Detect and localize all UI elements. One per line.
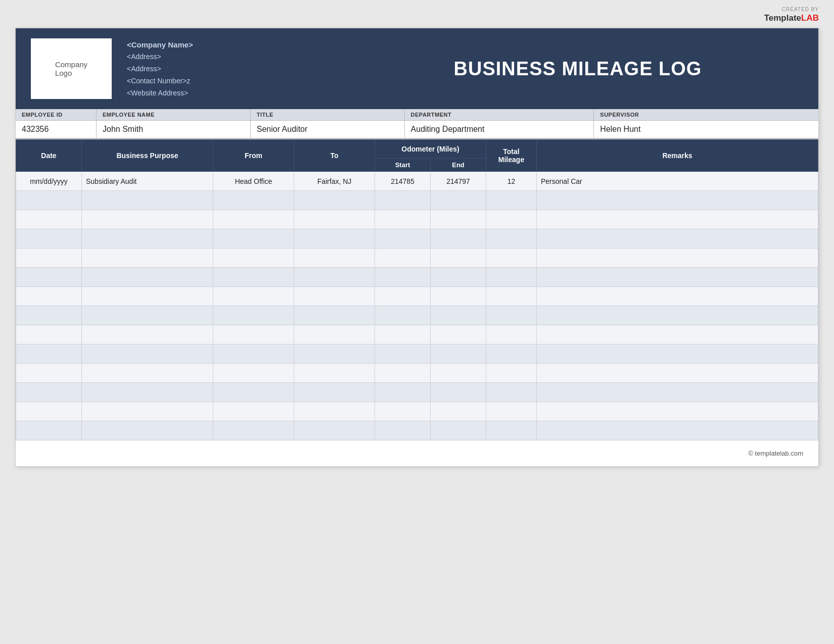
table-row: [16, 325, 818, 344]
employee-title-value: Senior Auditor: [251, 121, 405, 138]
table-header-row: Date Business Purpose From To Odometer (…: [16, 140, 818, 159]
cell-date: [16, 268, 82, 287]
cell-to: [294, 249, 375, 268]
cell-date: [16, 287, 82, 306]
cell-odo-end: [431, 421, 486, 440]
cell-purpose: [82, 383, 213, 402]
company-name: <Company Name>: [127, 38, 352, 52]
document-header: CompanyLogo <Company Name> <Address> <Ad…: [16, 28, 818, 109]
cell-to: [294, 191, 375, 210]
cell-to: [294, 344, 375, 364]
cell-total: [486, 402, 537, 421]
cell-purpose: [82, 268, 213, 287]
company-website: <Website Address>: [127, 87, 352, 100]
cell-total: [486, 229, 537, 249]
cell-odo-end: [431, 364, 486, 383]
cell-total: [486, 344, 537, 364]
employee-values-row: 432356 John Smith Senior Auditor Auditin…: [16, 121, 818, 138]
cell-from: [213, 402, 294, 421]
cell-odo-start: [375, 229, 431, 249]
cell-to: [294, 325, 375, 344]
cell-date: [16, 210, 82, 229]
table-row: [16, 344, 818, 364]
cell-to: [294, 229, 375, 249]
cell-date: [16, 306, 82, 325]
table-row: [16, 210, 818, 229]
cell-odo-start: [375, 249, 431, 268]
cell-from: [213, 344, 294, 364]
document-wrapper: CompanyLogo <Company Name> <Address> <Ad…: [15, 28, 819, 467]
cell-odo-end: [431, 268, 486, 287]
cell-odo-end: [431, 287, 486, 306]
cell-date: [16, 229, 82, 249]
cell-date: [16, 421, 82, 440]
cell-date: [16, 364, 82, 383]
cell-odo-end: [431, 229, 486, 249]
cell-total: [486, 210, 537, 229]
cell-from: [213, 287, 294, 306]
cell-remarks: [537, 421, 818, 440]
cell-from: [213, 306, 294, 325]
employee-department-label: DEPARTMENT: [405, 109, 594, 120]
employee-supervisor-label: SUPERVISOR: [594, 109, 818, 120]
employee-labels-row: EMPLOYEE ID EMPLOYEE NAME TITLE DEPARTME…: [16, 109, 818, 121]
log-table-body: mm/dd/yyyySubsidiary AuditHead OfficeFai…: [16, 172, 818, 440]
cell-from: [213, 383, 294, 402]
mileage-log-table: Date Business Purpose From To Odometer (…: [16, 139, 818, 440]
cell-purpose: [82, 364, 213, 383]
cell-date: [16, 383, 82, 402]
cell-odo-start: 214785: [375, 172, 431, 191]
cell-purpose: [82, 229, 213, 249]
cell-from: [213, 210, 294, 229]
col-header-remarks: Remarks: [537, 140, 818, 172]
cell-date: [16, 325, 82, 344]
cell-remarks: [537, 325, 818, 344]
cell-purpose: Subsidiary Audit: [82, 172, 213, 191]
cell-purpose: [82, 421, 213, 440]
table-row: mm/dd/yyyySubsidiary AuditHead OfficeFai…: [16, 172, 818, 191]
brand-name: TemplateLAB: [764, 13, 819, 24]
cell-purpose: [82, 402, 213, 421]
company-info: <Company Name> <Address> <Address> <Cont…: [127, 38, 352, 100]
cell-date: [16, 344, 82, 364]
cell-total: [486, 268, 537, 287]
cell-total: [486, 325, 537, 344]
col-header-total: Total Mileage: [486, 140, 537, 172]
cell-date: [16, 191, 82, 210]
cell-purpose: [82, 325, 213, 344]
company-contact: <Contact Number>z: [127, 75, 352, 87]
cell-odo-start: [375, 364, 431, 383]
cell-odo-end: [431, 249, 486, 268]
logo-text: CompanyLogo: [55, 60, 87, 77]
cell-remarks: Personal Car: [537, 172, 818, 191]
cell-remarks: [537, 364, 818, 383]
cell-odo-start: [375, 325, 431, 344]
cell-from: [213, 364, 294, 383]
employee-title-label: TITLE: [251, 109, 405, 120]
cell-total: [486, 191, 537, 210]
cell-to: [294, 268, 375, 287]
employee-id-label: EMPLOYEE ID: [16, 109, 97, 120]
document-title: BUSINESS MILEAGE LOG: [352, 58, 803, 80]
cell-purpose: [82, 287, 213, 306]
cell-odo-end: [431, 325, 486, 344]
cell-total: [486, 249, 537, 268]
col-header-odo-start: Start: [375, 159, 431, 172]
cell-from: Head Office: [213, 172, 294, 191]
col-header-odo-end: End: [431, 159, 486, 172]
cell-to: [294, 364, 375, 383]
created-by-label: CREATED BY: [764, 6, 819, 13]
cell-remarks: [537, 306, 818, 325]
cell-purpose: [82, 306, 213, 325]
cell-odo-start: [375, 421, 431, 440]
cell-to: [294, 383, 375, 402]
table-row: [16, 287, 818, 306]
cell-to: [294, 287, 375, 306]
cell-total: [486, 364, 537, 383]
cell-odo-start: [375, 210, 431, 229]
cell-from: [213, 229, 294, 249]
table-row: [16, 364, 818, 383]
cell-odo-start: [375, 402, 431, 421]
templatelab-brand: CREATED BY TemplateLAB: [764, 6, 819, 24]
cell-total: [486, 383, 537, 402]
